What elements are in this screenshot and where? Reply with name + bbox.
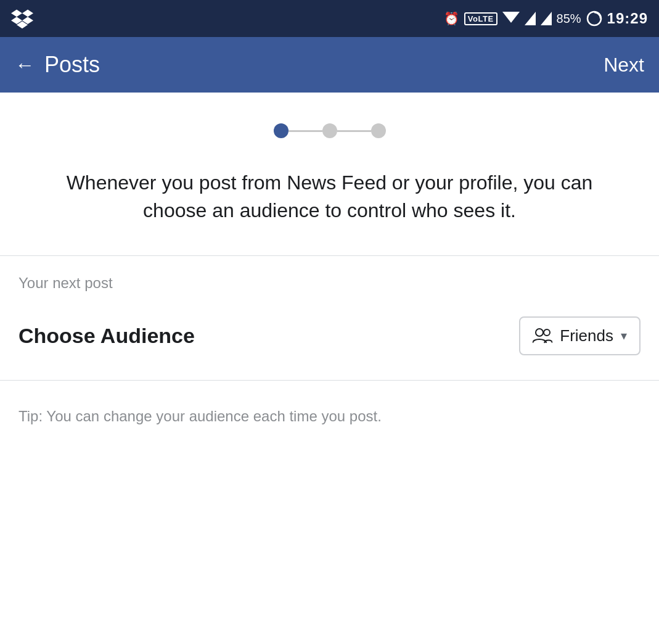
- next-button[interactable]: Next: [604, 54, 644, 76]
- tip-section: Tip: You can change your audience each t…: [0, 381, 659, 427]
- progress-indicator: [0, 93, 659, 163]
- nav-left: ← Posts: [15, 52, 100, 78]
- progress-dot-3: [371, 123, 386, 138]
- progress-dot-1: [274, 123, 289, 138]
- signal-icon-1: [525, 12, 536, 25]
- battery-percentage: 85%: [557, 12, 581, 26]
- chevron-down-icon: ▾: [621, 328, 627, 343]
- alarm-icon: ⏰: [444, 11, 459, 26]
- signal-icon-2: [541, 12, 552, 25]
- next-post-section: Your next post Choose Audience Friends ▾: [0, 256, 659, 380]
- progress-dot-2: [322, 123, 337, 138]
- svg-point-5: [544, 329, 550, 336]
- description-text: Whenever you post from News Feed or your…: [0, 163, 659, 255]
- main-content: Whenever you post from News Feed or your…: [0, 93, 659, 644]
- status-bar: ⏰ VoLTE 85% 19:29: [0, 0, 659, 37]
- choose-audience-label: Choose Audience: [18, 324, 195, 348]
- audience-row: Choose Audience Friends ▾: [18, 310, 641, 368]
- friends-icon: [533, 327, 552, 344]
- audience-selector-button[interactable]: Friends ▾: [519, 316, 641, 355]
- status-bar-left: [11, 7, 33, 30]
- tip-text: Tip: You can change your audience each t…: [18, 408, 382, 424]
- nav-bar: ← Posts Next: [0, 37, 659, 93]
- status-bar-right: ⏰ VoLTE 85% 19:29: [444, 10, 648, 27]
- volte-badge: VoLTE: [464, 12, 497, 25]
- svg-marker-0: [502, 12, 520, 23]
- wifi-icon: [502, 12, 520, 25]
- page-title: Posts: [44, 52, 100, 78]
- battery-icon: [586, 10, 602, 27]
- svg-point-4: [536, 329, 543, 336]
- status-time: 19:29: [607, 10, 648, 27]
- progress-connector-2: [337, 130, 371, 132]
- section-label: Your next post: [18, 275, 641, 292]
- back-button[interactable]: ←: [15, 54, 35, 76]
- svg-marker-2: [541, 12, 552, 25]
- audience-value: Friends: [560, 326, 613, 345]
- svg-marker-1: [525, 12, 536, 25]
- progress-connector-1: [289, 130, 322, 132]
- dropbox-icon: [11, 7, 33, 30]
